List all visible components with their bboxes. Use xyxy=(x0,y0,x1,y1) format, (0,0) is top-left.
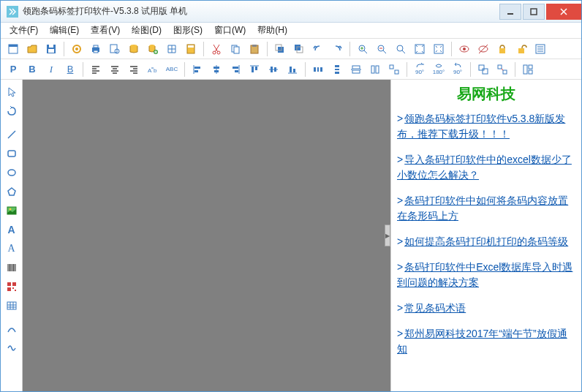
align-obj-bottom-button[interactable] xyxy=(284,61,301,78)
grid-button[interactable] xyxy=(164,41,180,57)
group-button[interactable] xyxy=(475,61,491,78)
zoom-out-button[interactable] xyxy=(374,41,390,57)
zoom-actual-button[interactable] xyxy=(431,41,447,57)
eye-show-button[interactable] xyxy=(456,41,472,57)
minimize-button[interactable] xyxy=(499,4,521,20)
distribute-v-button[interactable] xyxy=(329,61,345,78)
layout-button[interactable] xyxy=(520,61,536,78)
sidebar-link[interactable]: 常见条码术语 xyxy=(404,302,466,314)
text-tool[interactable]: A xyxy=(4,222,20,238)
sidebar-link[interactable]: 条码打印软件中Excel数据库导入时遇到问题的解决方案 xyxy=(397,261,572,288)
open-file-button[interactable] xyxy=(24,41,40,57)
rotate-tool[interactable] xyxy=(4,103,20,119)
ellipse-tool[interactable] xyxy=(4,165,20,181)
bold-button[interactable]: B xyxy=(24,61,40,78)
same-width-button[interactable] xyxy=(348,61,364,78)
menu-view[interactable]: 查看(V) xyxy=(85,23,126,38)
align-center-button[interactable] xyxy=(107,61,123,78)
maximize-button[interactable] xyxy=(523,4,545,20)
database-button[interactable] xyxy=(126,41,142,57)
svg-rect-55 xyxy=(317,67,319,72)
svg-rect-42 xyxy=(194,67,200,69)
menu-window[interactable]: 窗口(W) xyxy=(208,23,252,38)
line-tool[interactable] xyxy=(4,127,20,143)
svg-rect-78 xyxy=(12,282,16,286)
sidebar-link[interactable]: 如何提高条码打印机打印的条码等级 xyxy=(404,235,568,247)
sidebar-item: >常见条码术语 xyxy=(397,301,575,316)
same-size-button[interactable] xyxy=(386,61,402,78)
menu-shape[interactable]: 图形(S) xyxy=(167,23,208,38)
pointer-tool[interactable] xyxy=(4,84,20,100)
print-preview-button[interactable] xyxy=(107,41,123,57)
bring-front-button[interactable] xyxy=(272,41,288,57)
window-title: 领跑条码标签打印软件-V5.3.8 试用版 单机 xyxy=(23,5,499,18)
send-back-button[interactable] xyxy=(291,41,307,57)
svg-rect-69 xyxy=(503,70,507,74)
redo-button[interactable] xyxy=(329,41,345,57)
splitter-handle[interactable]: ▶ xyxy=(385,225,390,246)
sidebar-link[interactable]: 条码打印软件中如何将条码内容放置在条形码上方 xyxy=(397,195,568,222)
svg-rect-46 xyxy=(233,67,238,69)
svg-rect-11 xyxy=(94,50,98,53)
align-obj-left-button[interactable] xyxy=(189,61,205,78)
underline-button[interactable]: B xyxy=(62,61,78,78)
menu-file[interactable]: 文件(F) xyxy=(4,23,44,38)
menu-edit[interactable]: 编辑(E) xyxy=(44,23,85,38)
align-obj-right-button[interactable] xyxy=(227,61,243,78)
svg-rect-62 xyxy=(371,66,374,73)
align-obj-hcenter-button[interactable] xyxy=(208,61,224,78)
plain-button[interactable]: P xyxy=(5,61,21,78)
menu-help[interactable]: 帮助(H) xyxy=(252,23,293,38)
svg-rect-44 xyxy=(213,67,219,69)
undo-button[interactable] xyxy=(310,41,326,57)
barcode-tool[interactable] xyxy=(4,260,20,276)
svg-rect-51 xyxy=(274,67,276,72)
calculator-button[interactable] xyxy=(183,41,199,57)
align-left-button[interactable] xyxy=(88,61,104,78)
text-art-tool[interactable]: A xyxy=(4,241,20,257)
new-file-button[interactable] xyxy=(5,41,21,57)
distribute-h-button[interactable] xyxy=(310,61,326,78)
rounded-rect-tool[interactable] xyxy=(4,146,20,162)
copy-button[interactable] xyxy=(227,41,243,57)
print-button[interactable] xyxy=(88,41,104,57)
menu-draw[interactable]: 绘图(D) xyxy=(126,23,167,38)
zoom-in-button[interactable] xyxy=(355,41,371,57)
database-add-button[interactable] xyxy=(145,41,161,57)
rotate-270-button[interactable]: 90° xyxy=(450,61,466,78)
settings-button[interactable] xyxy=(69,41,85,57)
qrcode-tool[interactable] xyxy=(4,279,20,295)
align-right-button[interactable] xyxy=(126,61,142,78)
zoom-button[interactable] xyxy=(393,41,409,57)
curve2-tool[interactable] xyxy=(4,340,20,356)
eye-hide-button[interactable] xyxy=(475,41,491,57)
align-obj-top-button[interactable] xyxy=(246,61,262,78)
close-button[interactable] xyxy=(546,4,581,20)
sidebar-link[interactable]: 导入条码打印软件中的excel数据少了小数位怎么解决？ xyxy=(397,154,572,181)
lock-button[interactable] xyxy=(494,41,510,57)
text-abc-button[interactable]: ABC xyxy=(164,61,180,78)
unlock-button[interactable] xyxy=(513,41,529,57)
save-button[interactable] xyxy=(43,41,59,57)
polygon-tool[interactable] xyxy=(4,184,20,200)
rotate-90-button[interactable]: 90° xyxy=(412,61,428,78)
properties-button[interactable] xyxy=(532,41,548,57)
ungroup-button[interactable] xyxy=(494,61,510,78)
char-spacing-button[interactable]: Ab xyxy=(145,61,161,78)
svg-rect-47 xyxy=(235,70,238,72)
sidebar-link[interactable]: 领跑条码标签打印软件v5.3.8新版发布，推荐下载升级！！！ xyxy=(397,113,565,140)
rotate-180-button[interactable]: 180° xyxy=(431,61,447,78)
sidebar-link[interactable]: 郑州易网科技2017年“端午节”放假通知 xyxy=(397,328,567,355)
paste-button[interactable] xyxy=(246,41,262,57)
svg-point-8 xyxy=(75,48,78,50)
table-tool[interactable] xyxy=(4,298,20,314)
same-height-button[interactable] xyxy=(367,61,383,78)
curve1-tool[interactable] xyxy=(4,321,20,337)
align-obj-vcenter-button[interactable] xyxy=(265,61,281,78)
canvas-area[interactable]: ▶ xyxy=(23,80,391,391)
zoom-fit-button[interactable] xyxy=(412,41,428,57)
left-toolbar: A A xyxy=(1,80,23,391)
cut-button[interactable] xyxy=(208,41,224,57)
italic-button[interactable]: I xyxy=(43,61,59,78)
image-tool[interactable] xyxy=(4,203,20,219)
